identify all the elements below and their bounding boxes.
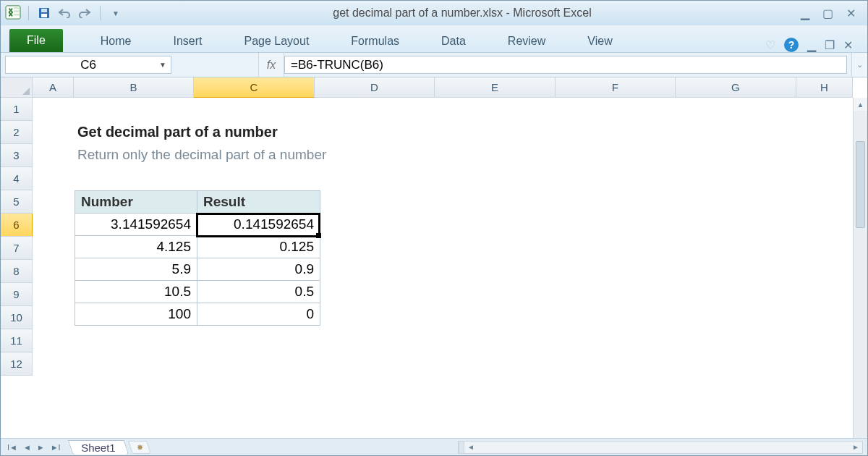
- svg-rect-6: [41, 14, 47, 17]
- tab-page-layout[interactable]: Page Layout: [234, 30, 319, 52]
- name-box-value: C6: [80, 58, 96, 72]
- column-headers: A B C D E F G H: [33, 77, 853, 98]
- row-header-6[interactable]: 6: [1, 214, 33, 237]
- header-result: Result: [197, 191, 320, 213]
- cell-B7[interactable]: 4.125: [75, 236, 197, 258]
- tab-data[interactable]: Data: [431, 30, 476, 52]
- svg-rect-3: [14, 13, 20, 15]
- row-header-1[interactable]: 1: [1, 98, 33, 121]
- scroll-thumb[interactable]: [856, 141, 865, 228]
- scroll-right-arrow[interactable]: ►: [849, 443, 862, 451]
- row-header-7[interactable]: 7: [1, 237, 33, 260]
- row-header-5[interactable]: 5: [1, 190, 33, 214]
- cell-B8[interactable]: 5.9: [75, 258, 197, 280]
- cells-area[interactable]: Get decimal part of a number Return only…: [33, 98, 853, 438]
- cell-C10[interactable]: 0: [197, 303, 320, 325]
- name-box[interactable]: C6 ▼: [5, 56, 171, 74]
- redo-button[interactable]: [77, 5, 93, 21]
- horizontal-scrollbar[interactable]: ◄ ►: [458, 441, 863, 454]
- ribbon-minimize-button[interactable]: ▁: [807, 38, 816, 52]
- select-all-corner[interactable]: [1, 77, 33, 98]
- sheet-tab-sheet1[interactable]: Sheet1: [67, 440, 128, 455]
- col-header-F[interactable]: F: [556, 77, 676, 98]
- fx-button[interactable]: fx: [258, 53, 284, 77]
- table-row: 100 0: [75, 303, 320, 325]
- table-header: Number Result: [75, 191, 320, 213]
- window-controls: ▁ ▢ ✕: [801, 7, 863, 20]
- row-header-3[interactable]: 3: [1, 144, 33, 167]
- window-title: get decimal part of a number.xlsx - Micr…: [124, 7, 801, 20]
- split-handle[interactable]: [459, 442, 464, 453]
- row-header-4[interactable]: 4: [1, 167, 33, 190]
- sheet-nav: I◄ ◄ ► ►I: [1, 443, 67, 452]
- quick-access-toolbar: ▼: [5, 5, 124, 22]
- sheet-subtitle: Return only the decimal part of a number: [77, 147, 326, 163]
- tab-home[interactable]: Home: [90, 30, 142, 52]
- close-button[interactable]: ✕: [846, 7, 856, 20]
- tab-review[interactable]: Review: [498, 30, 556, 52]
- col-header-A[interactable]: A: [33, 77, 74, 98]
- sheet-nav-first[interactable]: I◄: [5, 443, 20, 452]
- data-table: Number Result 3.141592654 0.141592654 4.…: [75, 190, 320, 326]
- col-header-C[interactable]: C: [194, 77, 314, 98]
- cell-C8[interactable]: 0.9: [197, 258, 320, 280]
- row-header-12[interactable]: 12: [1, 352, 33, 376]
- col-header-H[interactable]: H: [796, 77, 853, 98]
- col-header-B[interactable]: B: [74, 77, 194, 98]
- cell-C7[interactable]: 0.125: [197, 236, 320, 258]
- row-header-2[interactable]: 2: [1, 121, 33, 144]
- excel-app-icon: [5, 5, 21, 22]
- help-icon[interactable]: ?: [784, 38, 799, 52]
- save-button[interactable]: [36, 5, 52, 21]
- table-row: 4.125 0.125: [75, 235, 320, 258]
- qat-divider-2: [100, 6, 101, 20]
- col-header-D[interactable]: D: [315, 77, 435, 98]
- ribbon-close-button[interactable]: ✕: [843, 38, 853, 52]
- cell-B9[interactable]: 10.5: [75, 281, 197, 303]
- cell-C9[interactable]: 0.5: [197, 281, 320, 303]
- col-header-E[interactable]: E: [435, 77, 555, 98]
- row-header-9[interactable]: 9: [1, 283, 33, 306]
- title-bar: ▼ get decimal part of a number.xlsx - Mi…: [1, 1, 867, 25]
- table-row: 3.141592654 0.141592654: [75, 213, 320, 235]
- header-number: Number: [75, 191, 197, 213]
- worksheet-grid: A B C D E F G H 1 2 3 4 5 6 7 8 9 10 11 …: [1, 77, 867, 438]
- row-header-8[interactable]: 8: [1, 260, 33, 283]
- formula-input[interactable]: =B6-TRUNC(B6): [284, 56, 847, 74]
- excel-window: ▼ get decimal part of a number.xlsx - Mi…: [0, 0, 868, 456]
- vertical-scrollbar[interactable]: ▲: [853, 98, 867, 438]
- formula-bar-expand[interactable]: ⌄: [851, 53, 867, 77]
- svg-rect-1: [14, 7, 20, 9]
- col-header-G[interactable]: G: [676, 77, 796, 98]
- favorite-icon[interactable]: ♡: [765, 38, 775, 52]
- row-header-11[interactable]: 11: [1, 329, 33, 352]
- sheet-nav-next[interactable]: ►: [35, 443, 47, 452]
- customize-qat-button[interactable]: ▼: [108, 5, 124, 21]
- new-sheet-button[interactable]: ✸: [128, 441, 151, 454]
- table-row: 10.5 0.5: [75, 280, 320, 303]
- tab-formulas[interactable]: Formulas: [341, 30, 409, 52]
- svg-rect-5: [41, 9, 47, 12]
- scroll-left-arrow[interactable]: ◄: [464, 443, 477, 451]
- cell-B6[interactable]: 3.141592654: [75, 214, 197, 235]
- sheet-nav-prev[interactable]: ◄: [21, 443, 33, 452]
- undo-button[interactable]: [56, 5, 72, 21]
- row-headers: 1 2 3 4 5 6 7 8 9 10 11 12: [1, 98, 33, 438]
- minimize-button[interactable]: ▁: [801, 7, 809, 20]
- new-sheet-icon: ✸: [137, 442, 143, 452]
- formula-text: =B6-TRUNC(B6): [291, 58, 383, 72]
- table-row: 5.9 0.9: [75, 258, 320, 280]
- cell-C6[interactable]: 0.141592654: [197, 214, 320, 235]
- cell-B10[interactable]: 100: [75, 303, 197, 325]
- maximize-button[interactable]: ▢: [822, 7, 833, 20]
- row-header-10[interactable]: 10: [1, 306, 33, 329]
- tab-insert[interactable]: Insert: [163, 30, 212, 52]
- file-tab[interactable]: File: [9, 29, 63, 52]
- ribbon-restore-button[interactable]: ❐: [825, 38, 835, 52]
- scroll-up-arrow[interactable]: ▲: [854, 98, 867, 111]
- tab-view[interactable]: View: [577, 30, 622, 52]
- sheet-nav-last[interactable]: ►I: [48, 443, 63, 452]
- chevron-down-icon[interactable]: ▼: [159, 61, 166, 69]
- ribbon-tabs: File Home Insert Page Layout Formulas Da…: [1, 25, 867, 53]
- sheet-title: Get decimal part of a number: [77, 124, 278, 140]
